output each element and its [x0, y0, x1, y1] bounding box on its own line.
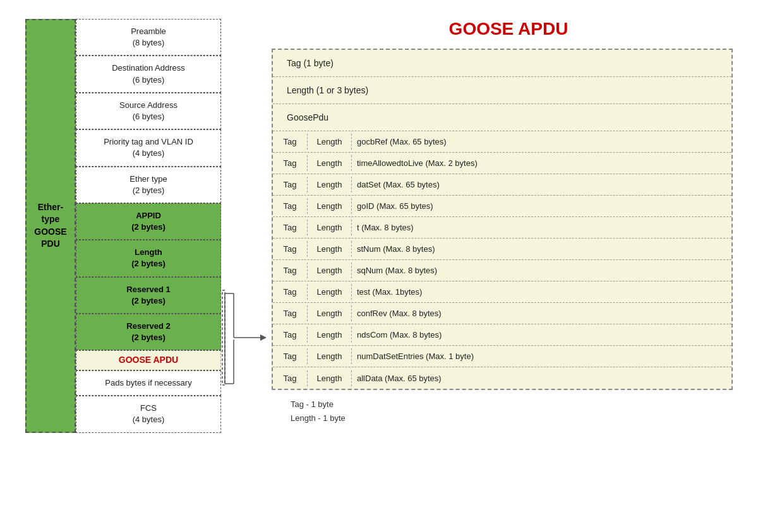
apdu-tag-7: Tag [273, 263, 308, 278]
apdu-data-row-4: Tag Length goID (Max. 65 bytes) [273, 196, 731, 217]
apdu-value-8: test (Max. 1bytes) [352, 284, 731, 300]
frame-cell-dest-addr: Destination Address(6 bytes) [76, 56, 221, 92]
frame-structure: Ether-typeGOOSEPDU Preamble(8 bytes) Des… [25, 19, 221, 433]
apdu-value-5: t (Max. 8 bytes) [352, 220, 731, 235]
apdu-length-9: Length [308, 305, 352, 321]
apdu-tag-2: Tag [273, 155, 308, 171]
connector-svg [221, 19, 272, 511]
apdu-length-2: Length [308, 155, 352, 171]
goose-apdu-section: GOOSE APDU Tag (1 byte) Length (1 or 3 b… [272, 19, 733, 433]
frame-cell-fcs: FCS(4 bytes) [76, 396, 221, 432]
frame-cell-length: Length(2 bytes) [76, 240, 221, 276]
apdu-tag-5: Tag [273, 220, 308, 235]
apdu-value-7: sqNum (Max. 8 bytes) [352, 263, 731, 278]
frame-cell-reserved2: Reserved 2(2 bytes) [76, 314, 221, 350]
apdu-row-goosepdu: GoosePdu [273, 104, 731, 131]
footer-line1: Tag - 1 byte [291, 398, 714, 411]
footer-line2: Length - 1 byte [291, 411, 714, 425]
apdu-length-8: Length [308, 284, 352, 300]
frame-column: Preamble(8 bytes) Destination Address(6 … [76, 19, 221, 433]
apdu-value-2: timeAllowedtoLive (Max. 2 bytes) [352, 155, 731, 171]
apdu-length-4: Length [308, 198, 352, 214]
apdu-data-row-5: Tag Length t (Max. 8 bytes) [273, 217, 731, 239]
apdu-data-row-11: Tag Length numDatSetEntries (Max. 1 byte… [273, 346, 731, 367]
apdu-tag-11: Tag [273, 348, 308, 364]
apdu-tag-6: Tag [273, 241, 308, 257]
apdu-length-label: Length (1 or 3 bytes) [279, 81, 725, 100]
apdu-data-row-7: Tag Length sqNum (Max. 8 bytes) [273, 260, 731, 281]
frame-cell-preamble: Preamble(8 bytes) [76, 19, 221, 56]
frame-cell-pads: Pads bytes if necessary [76, 370, 221, 396]
apdu-row-length: Length (1 or 3 bytes) [273, 77, 731, 104]
apdu-length-6: Length [308, 241, 352, 257]
apdu-value-4: goID (Max. 65 bytes) [352, 198, 731, 214]
apdu-length-5: Length [308, 220, 352, 235]
apdu-tag-1: Tag [273, 134, 308, 150]
apdu-length-7: Length [308, 263, 352, 278]
apdu-data-row-6: Tag Length stNum (Max. 8 bytes) [273, 239, 731, 260]
apdu-data-row-12: Tag Length allData (Max. 65 bytes) [273, 367, 731, 389]
frame-cell-goose-apdu: GOOSE APDU [76, 350, 221, 370]
apdu-value-12: allData (Max. 65 bytes) [352, 370, 731, 386]
connector-area [221, 19, 272, 513]
apdu-value-9: confRev (Max. 8 bytes) [352, 305, 731, 321]
apdu-tag-4: Tag [273, 198, 308, 214]
apdu-value-3: datSet (Max. 65 bytes) [352, 177, 731, 192]
apdu-data-row-8: Tag Length test (Max. 1bytes) [273, 281, 731, 303]
apdu-length-1: Length [308, 134, 352, 150]
apdu-footer: Tag - 1 byte Length - 1 byte [272, 390, 733, 433]
apdu-value-11: numDatSetEntries (Max. 1 byte) [352, 348, 731, 364]
apdu-length-12: Length [308, 370, 352, 386]
apdu-title: GOOSE APDU [272, 19, 733, 39]
apdu-tag-3: Tag [273, 177, 308, 192]
frame-cell-reserved1: Reserved 1(2 bytes) [76, 277, 221, 314]
apdu-box: Tag (1 byte) Length (1 or 3 bytes) Goose… [272, 49, 733, 390]
pdu-label: Ether-typeGOOSEPDU [25, 19, 76, 433]
frame-cell-appid: APPID(2 bytes) [76, 203, 221, 240]
apdu-tag-8: Tag [273, 284, 308, 300]
frame-cell-ether-type: Ether type(2 bytes) [76, 167, 221, 203]
svg-marker-7 [260, 334, 267, 341]
apdu-value-6: stNum (Max. 8 bytes) [352, 241, 731, 257]
apdu-length-10: Length [308, 327, 352, 343]
apdu-length-11: Length [308, 348, 352, 364]
apdu-value-1: gocbRef (Max. 65 bytes) [352, 134, 731, 150]
apdu-goosepdu-label: GoosePdu [279, 108, 725, 127]
apdu-row-tag: Tag (1 byte) [273, 50, 731, 77]
frame-cell-vlan: Priority tag and VLAN ID(4 bytes) [76, 129, 221, 166]
frame-cell-src-addr: Source Address(6 bytes) [76, 93, 221, 129]
apdu-data-row-2: Tag Length timeAllowedtoLive (Max. 2 byt… [273, 153, 731, 174]
apdu-tag-10: Tag [273, 327, 308, 343]
apdu-data-row-1: Tag Length gocbRef (Max. 65 bytes) [273, 131, 731, 153]
apdu-tag-label: Tag (1 byte) [279, 54, 725, 73]
apdu-length-3: Length [308, 177, 352, 192]
apdu-tag-9: Tag [273, 305, 308, 321]
apdu-tag-12: Tag [273, 370, 308, 386]
apdu-data-row-9: Tag Length confRev (Max. 8 bytes) [273, 303, 731, 324]
apdu-data-row-10: Tag Length ndsCom (Max. 8 bytes) [273, 324, 731, 346]
apdu-value-10: ndsCom (Max. 8 bytes) [352, 327, 731, 343]
apdu-data-row-3: Tag Length datSet (Max. 65 bytes) [273, 174, 731, 196]
main-container: Ether-typeGOOSEPDU Preamble(8 bytes) Des… [0, 0, 758, 532]
